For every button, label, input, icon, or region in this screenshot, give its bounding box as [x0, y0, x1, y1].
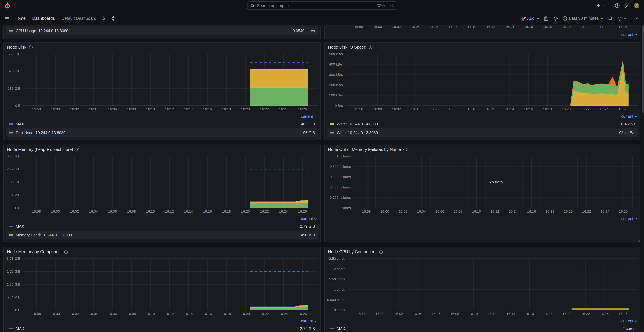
svg-text:16:00: 16:00 [373, 26, 382, 28]
zoom-out-button[interactable] [608, 16, 613, 21]
legend-row[interactable]: MAX2.79 GiB [6, 324, 318, 332]
legend-sort-row: current [325, 113, 641, 120]
info-icon[interactable] [64, 250, 68, 254]
legend-series-label[interactable]: Write: 10.244.0.13:8080 [337, 131, 378, 135]
refresh-button[interactable] [617, 16, 626, 21]
time-series-chart[interactable]: 0 failures0.200 failures0.400 failures0.… [325, 154, 641, 215]
search-icon [250, 4, 254, 8]
panel-title[interactable]: Node Memory by Component [7, 250, 62, 254]
panel-title[interactable]: Node Disk IO Speed [328, 45, 366, 50]
time-series-chart[interactable]: 0 cores0.500 cores1 cores1.50 cores2 cor… [325, 256, 641, 318]
legend-row[interactable]: Write: 10.244.0.13:808098.4 kB/s [327, 128, 638, 137]
favorite-button[interactable] [101, 16, 106, 21]
panel-title[interactable]: Node Out of Memory Failures by Name [328, 147, 401, 152]
panel-resize-handle[interactable] [317, 239, 320, 242]
panel-resize-handle[interactable] [317, 137, 320, 140]
time-series-chart[interactable]: 0 B186 GiB373 GiB559 GiB15:5816:0016:021… [4, 52, 320, 113]
legend-row[interactable]: MAX2 cores [327, 324, 638, 332]
legend-sort-current-button[interactable]: current [301, 217, 317, 221]
panel-header[interactable]: Node Memory (heap + object store) [4, 145, 320, 154]
legend-series-label[interactable]: MAX [16, 224, 24, 228]
new-button[interactable] [596, 3, 605, 8]
svg-text:16:00: 16:00 [380, 210, 389, 213]
legend-row[interactable]: Disk Used: 10.244.0.13:8080196 GiB [6, 128, 318, 137]
svg-text:16:24: 16:24 [600, 107, 608, 111]
svg-text:3.73 GiB: 3.73 GiB [7, 256, 20, 260]
help-button[interactable] [615, 3, 620, 8]
user-avatar[interactable] [634, 3, 639, 8]
info-icon[interactable] [368, 45, 373, 49]
panel-header[interactable]: Node Disk IO Speed [325, 42, 641, 52]
legend-sort-current-button[interactable]: current [621, 32, 637, 36]
add-button[interactable]: Add [520, 16, 539, 21]
legend-series-label[interactable]: Write: 10.244.0.14:8080 [337, 122, 378, 126]
breadcrumb-dashboards[interactable]: Dashboards [32, 16, 55, 21]
svg-text:16:18: 16:18 [546, 210, 554, 213]
svg-text:16:08: 16:08 [454, 210, 462, 213]
svg-text:954 MiB: 954 MiB [8, 295, 20, 299]
legend-series-label[interactable]: CPU Usage: 10.244.0.13:8080 [16, 29, 68, 33]
legend-sort-current-button[interactable]: current [621, 217, 637, 221]
panel-title[interactable]: Node Disk [7, 45, 26, 50]
legend-series-label[interactable]: MAX [16, 122, 24, 126]
info-icon[interactable] [379, 250, 383, 254]
share-button[interactable] [110, 16, 114, 21]
legend-sort-current-button[interactable]: current [301, 114, 317, 118]
svg-text:16:26: 16:26 [298, 107, 307, 111]
dashboard-settings-button[interactable] [553, 16, 558, 21]
grafana-app: Search or jump to... cmd+k [0, 0, 644, 332]
svg-text:16:02: 16:02 [399, 210, 408, 213]
legend-sort-current-button[interactable]: current [621, 319, 637, 323]
save-dashboard-button[interactable] [544, 16, 549, 21]
svg-text:16:22: 16:22 [260, 210, 269, 213]
info-icon[interactable] [76, 148, 80, 152]
legend-row[interactable]: Memory Used: 10.244.0.13:8080458 MiB [6, 231, 318, 240]
collapse-toolbar-button[interactable] [635, 16, 639, 20]
svg-text:16:20: 16:20 [241, 107, 250, 111]
news-button[interactable] [624, 3, 629, 8]
search-input[interactable]: Search or jump to... cmd+k [247, 1, 397, 10]
divider [610, 3, 610, 8]
panel-title[interactable]: Node CPU by Component [328, 250, 376, 254]
svg-text:15:58: 15:58 [32, 312, 41, 316]
legend-row[interactable]: MAX465 GiB [6, 120, 318, 128]
info-icon[interactable] [403, 148, 407, 152]
legend-series-label[interactable]: MAX [337, 327, 345, 331]
grafana-logo[interactable] [4, 2, 11, 9]
rss-icon [624, 3, 629, 8]
legend-series-value: 0.0540 cores [293, 29, 315, 33]
legend-row[interactable]: Write: 10.244.0.14:8080104 kB/s [327, 120, 638, 128]
panel-title[interactable]: Node Memory (heap + object store) [7, 147, 73, 152]
page-scrollbar-thumb[interactable] [642, 26, 644, 113]
mega-menu-button[interactable] [5, 16, 10, 21]
breadcrumb-home[interactable]: Home [14, 16, 26, 21]
search-placeholder: Search or jump to... [257, 3, 377, 8]
info-icon[interactable] [29, 45, 33, 49]
time-series-chart[interactable]: 0 B954 MiB1.86 GiB2.79 GiB3.73 GiB15:581… [4, 256, 320, 318]
legend-row[interactable]: MAX2.79 GiB [6, 222, 318, 231]
panel-resize-handle[interactable] [638, 239, 640, 242]
time-range-picker[interactable]: Last 30 minutes [562, 16, 604, 21]
svg-text:16:04: 16:04 [89, 107, 98, 111]
legend-series-color-chip [330, 124, 334, 125]
gear-icon [553, 16, 558, 21]
legend-sort-row: current [325, 31, 641, 38]
panel-header[interactable]: Node CPU by Component [325, 247, 641, 256]
legend-row[interactable]: CPU Usage: 10.244.0.13:80800.0540 cores [6, 26, 318, 35]
legend-sort-current-button[interactable]: current [301, 319, 317, 323]
panel-header[interactable]: Node Out of Memory Failures by Name [325, 145, 641, 154]
legend-sort-current-button[interactable]: current [621, 114, 637, 118]
time-series-chart[interactable]: 0 B/s100 kB/s200 kB/s300 kB/s400 kB/s500… [325, 52, 641, 113]
panel-legend: CPU Usage: 10.244.0.13:80800.0540 cores [4, 26, 320, 35]
svg-text:16:02: 16:02 [394, 312, 403, 316]
time-series-chart[interactable]: 0 B954 MiB1.86 GiB2.79 GiB3.73 GiB15:581… [4, 154, 320, 215]
panel-resize-handle[interactable] [638, 137, 640, 140]
svg-text:16:22: 16:22 [581, 312, 590, 316]
legend-series-label[interactable]: Memory Used: 10.244.0.13:8080 [16, 233, 72, 237]
svg-text:16:14: 16:14 [184, 312, 193, 316]
panel-header[interactable]: Node Memory by Component [4, 247, 320, 256]
panel-header[interactable]: Node Disk [4, 42, 320, 52]
breadcrumb-current: Default Dashboard [62, 16, 96, 21]
legend-series-label[interactable]: MAX [16, 327, 24, 331]
legend-series-label[interactable]: Disk Used: 10.244.0.13:8080 [16, 131, 66, 135]
